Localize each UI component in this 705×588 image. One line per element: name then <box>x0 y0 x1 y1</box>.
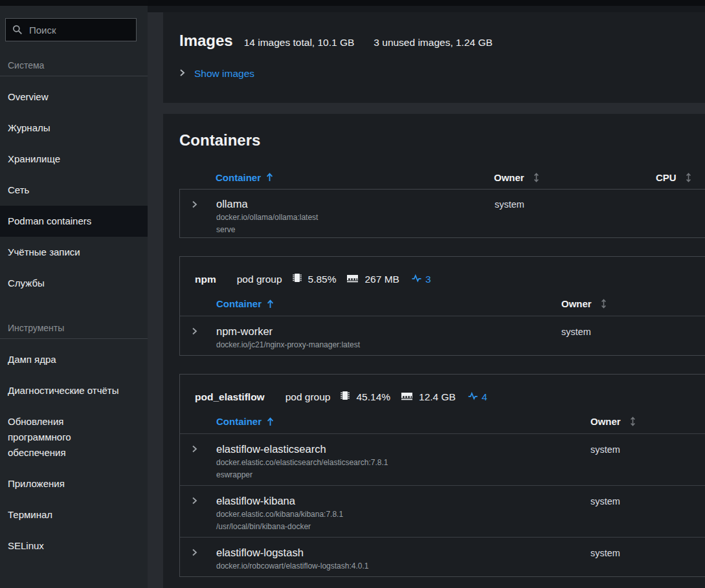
nav-section-tools: Инструменты Дамп ядра Диагностические от… <box>0 322 148 561</box>
search-icon <box>12 25 23 38</box>
sidebar-item-services[interactable]: Службы <box>0 268 148 299</box>
pod-container-count: 4 <box>468 391 487 404</box>
container-name: elastiflow-kibana <box>216 494 583 507</box>
column-header-container[interactable]: Container <box>208 416 590 427</box>
container-command: /usr/local/bin/kibana-docker <box>216 521 583 533</box>
row-expander[interactable] <box>180 434 208 455</box>
nav-section-title: Система <box>8 60 140 71</box>
memory-icon <box>401 391 413 404</box>
container-image: docker.elastic.co/elasticsearch/elastics… <box>216 457 583 469</box>
pod-type-label: pod group <box>285 391 331 404</box>
microchip-icon <box>292 272 302 287</box>
table-row[interactable]: elastiflow-elasticsearch docker.elastic.… <box>180 433 705 485</box>
table-row[interactable]: elastiflow-logstash docker.io/robcowart/… <box>180 537 705 576</box>
container-image: docker.io/robcowart/elastiflow-logstash:… <box>216 560 583 572</box>
pod-group-header: pod_elastiflow pod group 45.14% <box>180 375 705 404</box>
container-owner: system <box>590 434 705 455</box>
pod-memory-value: 12.4 GB <box>419 391 456 404</box>
sidebar-item-diagnostic-reports[interactable]: Диагностические отчёты <box>0 375 148 406</box>
chevron-right-icon <box>179 68 185 80</box>
container-cell: elastiflow-elasticsearch docker.elastic.… <box>208 434 590 485</box>
search-box <box>5 18 137 41</box>
container-owner: system <box>590 486 705 506</box>
nav-divider <box>0 76 148 76</box>
sidebar-item-kernel-dump[interactable]: Дамп ядра <box>0 344 148 375</box>
sidebar-item-storage[interactable]: Хранилище <box>0 144 148 175</box>
pod-table-header: Container Owner <box>180 404 705 433</box>
sidebar-item-selinux[interactable]: SELinux <box>0 530 148 561</box>
column-header-container[interactable]: Container <box>208 298 561 309</box>
column-header-owner[interactable]: Owner <box>561 298 705 309</box>
column-header-cpu[interactable]: CPU <box>656 172 705 183</box>
show-images-link[interactable]: Show images <box>194 68 254 80</box>
sidebar: Система Overview Журналы Хранилище Сеть … <box>0 0 148 588</box>
container-cell: elastiflow-logstash docker.io/robcowart/… <box>208 538 590 576</box>
images-card-header: Images 14 images total, 10.1 GB 3 unused… <box>179 31 705 50</box>
container-image: docker.elastic.co/kibana/kibana:7.8.1 <box>216 508 583 521</box>
pod-group-elastiflow: pod_elastiflow pod group 45.14% <box>179 374 705 577</box>
sort-ascending-icon <box>267 299 274 309</box>
nav-list: Дамп ядра Диагностические отчёты Обновле… <box>0 344 148 561</box>
masthead-strip-lower <box>148 6 705 12</box>
sort-both-icon <box>630 417 636 426</box>
sidebar-item-software-updates[interactable]: Обновления программного обеспечения <box>0 406 148 468</box>
row-expander[interactable] <box>180 316 208 338</box>
content-area: Images 14 images total, 10.1 GB 3 unused… <box>148 12 705 588</box>
search-input[interactable] <box>5 18 137 41</box>
row-expander[interactable] <box>180 538 208 559</box>
pod-group-npm: npm pod group 5.85% 267 MB <box>179 256 705 356</box>
sidebar-item-accounts[interactable]: Учётные записи <box>0 237 148 268</box>
container-command: serve <box>216 224 487 236</box>
container-owner: system <box>495 190 656 210</box>
container-cell: npm-worker docker.io/jc21/nginx-proxy-ma… <box>208 316 561 355</box>
column-header-container[interactable]: Container <box>208 172 494 183</box>
containers-table-header: Container Owner CPU <box>179 166 705 189</box>
sort-ascending-icon <box>266 173 273 182</box>
container-cell: ollama docker.io/ollama/ollama:latest se… <box>208 190 495 237</box>
table-row[interactable]: elastiflow-kibana docker.elastic.co/kiba… <box>180 485 705 537</box>
table-row[interactable]: ollama docker.io/ollama/ollama:latest se… <box>180 190 705 237</box>
container-cell: elastiflow-kibana docker.elastic.co/kiba… <box>208 486 590 537</box>
sort-both-icon <box>533 173 539 182</box>
column-header-owner[interactable]: Owner <box>590 416 705 427</box>
container-row-box: ollama docker.io/ollama/ollama:latest se… <box>179 189 705 238</box>
sidebar-item-podman-containers[interactable]: Podman containers <box>0 206 148 237</box>
pod-memory-value: 267 MB <box>364 273 399 286</box>
row-expander[interactable] <box>180 486 208 507</box>
container-image: docker.io/jc21/nginx-proxy-manager:lates… <box>216 339 554 351</box>
pod-group-header: npm pod group 5.85% 267 MB <box>180 257 705 287</box>
microchip-icon <box>340 390 350 404</box>
activity-pulse-icon <box>468 391 478 404</box>
images-unused-summary: 3 unused images, 1.24 GB <box>374 37 493 49</box>
sidebar-item-network[interactable]: Сеть <box>0 175 148 206</box>
pod-cpu-stat: 5.85% <box>292 272 337 287</box>
container-command: eswrapper <box>216 469 583 481</box>
sidebar-item-overview[interactable]: Overview <box>0 82 148 113</box>
pod-memory-stat: 267 MB <box>346 273 399 287</box>
pod-cpu-value: 5.85% <box>308 273 337 286</box>
nav-section-title: Инструменты <box>8 322 140 334</box>
activity-pulse-icon <box>412 273 421 286</box>
pod-cpu-value: 45.14% <box>356 391 390 404</box>
pod-cpu-stat: 45.14% <box>340 390 390 404</box>
show-images-toggle[interactable]: Show images <box>179 68 705 80</box>
container-name: ollama <box>216 197 487 210</box>
sidebar-item-applications[interactable]: Приложения <box>0 468 148 499</box>
row-expander[interactable] <box>180 190 208 211</box>
pod-name: npm <box>195 273 216 286</box>
images-card: Images 14 images total, 10.1 GB 3 unused… <box>163 12 705 103</box>
nav-section-system: Система Overview Журналы Хранилище Сеть … <box>0 60 148 299</box>
container-owner: system <box>590 538 705 558</box>
container-name: npm-worker <box>216 325 554 338</box>
container-name: elastiflow-logstash <box>216 546 583 559</box>
container-owner: system <box>561 316 705 337</box>
sidebar-item-terminal[interactable]: Терминал <box>0 499 148 530</box>
sidebar-top-shade <box>0 0 148 6</box>
app: Система Overview Журналы Хранилище Сеть … <box>0 0 705 588</box>
sidebar-item-logs[interactable]: Журналы <box>0 113 148 144</box>
table-row[interactable]: npm-worker docker.io/jc21/nginx-proxy-ma… <box>180 316 705 355</box>
pod-memory-stat: 12.4 GB <box>401 391 456 404</box>
sort-both-icon <box>601 299 607 309</box>
main-content: Images 14 images total, 10.1 GB 3 unused… <box>148 0 705 588</box>
column-header-owner[interactable]: Owner <box>494 172 656 183</box>
